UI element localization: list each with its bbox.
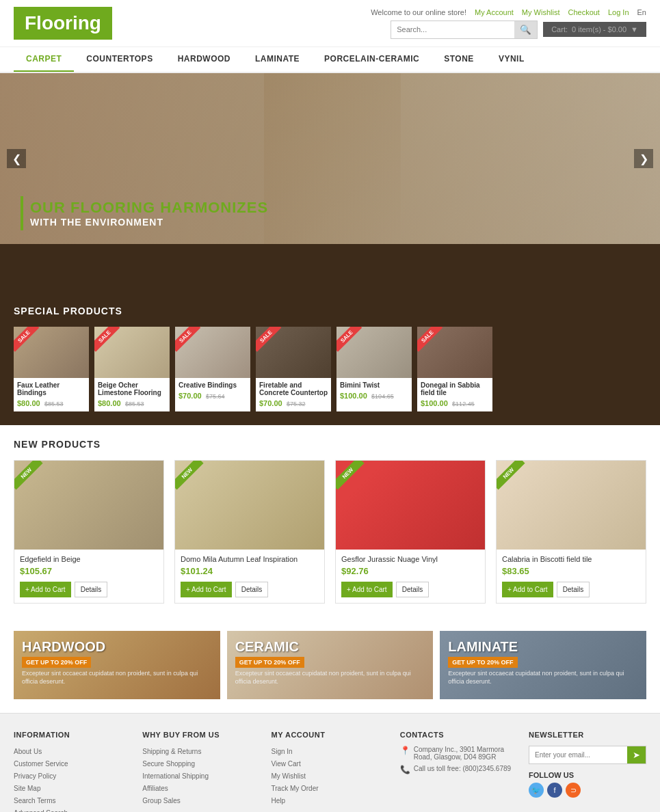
product-image: SALE (175, 327, 250, 378)
footer-link[interactable]: My Wishlist (272, 770, 386, 783)
footer-why-buy: WHY BUY FROM US Shipping & Returns Secur… (142, 731, 257, 812)
product-name: Faux Leather Bindings (17, 381, 85, 396)
footer-my-account: MY ACCOUNT Sign In View Cart My Wishlist… (272, 731, 386, 812)
hero-text: OUR FLOORING HARMONIZES WITH THE ENVIRON… (21, 196, 268, 230)
header-search-cart: 🔍 Cart: 0 item(s) - $0.00 ▼ (391, 21, 646, 39)
new-product-price: $83.65 (502, 566, 640, 576)
product-old-price: $75.32 (287, 401, 306, 407)
footer-link[interactable]: Customer Service (14, 758, 129, 770)
add-to-cart-button[interactable]: + Add to Cart (181, 582, 232, 597)
nav-link-countertops[interactable]: COUNTERTOPS (74, 47, 165, 70)
add-to-cart-button[interactable]: + Add to Cart (20, 582, 71, 597)
new-products-title: NEW PRODUCTS (14, 439, 646, 450)
nav-item-stone[interactable]: STONE (432, 47, 486, 72)
nav-item-laminate[interactable]: LAMINATE (243, 47, 312, 72)
sale-badge: SALE (175, 327, 200, 352)
rss-icon[interactable]: ⊃ (566, 783, 581, 798)
logo-text[interactable]: Flooring (14, 7, 112, 40)
new-product-name: Domo Mila Autumn Leaf Inspiration (181, 555, 319, 563)
category-banner-laminate[interactable]: LAMINATE GET UP TO 20% OFF Excepteur sin… (440, 631, 646, 699)
nav-item-countertops[interactable]: COUNTERTOPS (74, 47, 165, 72)
new-product-image: NEW (497, 461, 646, 550)
footer-link[interactable]: Affiliates (142, 783, 257, 795)
nav-item-porcelain[interactable]: PORCELAIN-CERAMIC (312, 47, 432, 72)
new-badge-label: NEW (175, 461, 204, 490)
product-image: SALE (336, 327, 412, 378)
contact-phone: 📞 Call us toll free: (800)2345.6789 (400, 765, 515, 774)
footer-link[interactable]: About Us (14, 746, 129, 758)
product-price: $80.00 (17, 399, 40, 407)
footer-link[interactable]: Search Terms (14, 795, 129, 807)
phone-icon: 📞 (400, 765, 410, 774)
nav-item-vynil[interactable]: VYNIL (486, 47, 537, 72)
product-old-price: $85.53 (44, 401, 64, 407)
special-products-title: SPECIAL PRODUCTS (14, 306, 646, 316)
header: Flooring Welcome to our online store! My… (0, 0, 660, 47)
new-product-price: $105.67 (20, 566, 158, 576)
product-card: SALE Creative Bindings $70.00 $75.64 (175, 327, 250, 411)
logo[interactable]: Flooring (14, 7, 112, 40)
add-to-cart-button[interactable]: + Add to Cart (341, 582, 393, 597)
footer-link[interactable]: Site Map (14, 783, 129, 795)
newsletter-submit-button[interactable]: ➤ (627, 746, 646, 763)
product-image: SALE (94, 327, 170, 378)
social-icons: 🐦 f ⊃ (529, 783, 646, 798)
category-title: HARDWOOD (22, 639, 212, 655)
product-old-price: $104.65 (371, 393, 394, 400)
hero-next-button[interactable]: ❯ (634, 149, 653, 168)
nav-link-carpet[interactable]: CARPET (14, 47, 74, 70)
category-desc: Excepteur sint occaecat cupidatat non pr… (448, 670, 638, 686)
new-product-card: NEW Calabria in Biscotti field tile $83.… (496, 460, 646, 604)
new-badge-label: NEW (14, 461, 43, 490)
wood-divider (0, 244, 660, 299)
nav-item-hardwood[interactable]: HARDWOOD (166, 47, 243, 72)
footer-link[interactable]: Group Sales (142, 795, 257, 807)
footer-link[interactable]: Track My Order (272, 783, 386, 795)
footer-link[interactable]: Privacy Policy (14, 770, 129, 783)
my-account-link[interactable]: My Account (475, 8, 514, 16)
my-wishlist-link[interactable]: My Wishlist (522, 8, 560, 16)
details-button[interactable]: Details (396, 582, 430, 597)
new-products-row: NEW Edgefield in Beige $105.67 + Add to … (14, 460, 646, 604)
hero-headline: OUR FLOORING HARMONIZES (30, 199, 268, 217)
facebook-icon[interactable]: f (547, 783, 562, 798)
footer-link[interactable]: International Shipping (142, 770, 257, 783)
category-banner-hardwood[interactable]: HARDWOOD GET UP TO 20% OFF Excepteur sin… (14, 631, 220, 699)
product-card: SALE Faux Leather Bindings $80.00 $85.53 (14, 327, 89, 411)
footer-link[interactable]: Help (272, 795, 386, 807)
twitter-icon[interactable]: 🐦 (529, 783, 544, 798)
checkout-link[interactable]: Checkout (568, 8, 599, 16)
product-price: $70.00 (259, 399, 282, 407)
sale-badge: SALE (94, 327, 120, 352)
search-button[interactable]: 🔍 (514, 21, 537, 38)
details-button[interactable]: Details (75, 582, 108, 597)
newsletter-email-input[interactable] (529, 746, 627, 763)
footer-link[interactable]: Shipping & Returns (142, 746, 257, 758)
details-button[interactable]: Details (557, 582, 590, 597)
category-banner-ceramic[interactable]: CERAMIC GET UP TO 20% OFF Excepteur sint… (227, 631, 434, 699)
hero-prev-button[interactable]: ❮ (7, 149, 26, 168)
cart-dropdown-icon: ▼ (631, 25, 638, 33)
cart-button[interactable]: Cart: 0 item(s) - $0.00 ▼ (543, 22, 646, 37)
nav-link-stone[interactable]: STONE (432, 47, 486, 70)
search-input[interactable] (391, 22, 514, 37)
login-link[interactable]: Log In (608, 8, 629, 16)
nav-link-vynil[interactable]: VYNIL (486, 47, 537, 70)
footer-link[interactable]: Secure Shopping (142, 758, 257, 770)
add-to-cart-button[interactable]: + Add to Cart (502, 582, 553, 597)
new-product-name: Calabria in Biscotti field tile (502, 555, 640, 563)
footer-link[interactable]: Sign In (272, 746, 386, 758)
nav-item-carpet[interactable]: CARPET (14, 47, 74, 72)
product-price: $100.00 (421, 399, 448, 407)
footer-link[interactable]: Advanced Search (14, 807, 129, 812)
product-old-price: $85.53 (125, 401, 144, 407)
special-products-section: SPECIAL PRODUCTS SALE Faux Leather Bindi… (0, 299, 660, 425)
lang-selector[interactable]: En (637, 8, 646, 16)
category-title: LAMINATE (448, 639, 638, 655)
footer-link[interactable]: View Cart (272, 758, 386, 770)
details-button[interactable]: Details (235, 582, 269, 597)
footer-newsletter-title: NEWSLETTER (529, 731, 646, 739)
nav-link-laminate[interactable]: LAMINATE (243, 47, 312, 70)
nav-link-porcelain[interactable]: PORCELAIN-CERAMIC (312, 47, 432, 70)
nav-link-hardwood[interactable]: HARDWOOD (166, 47, 243, 70)
